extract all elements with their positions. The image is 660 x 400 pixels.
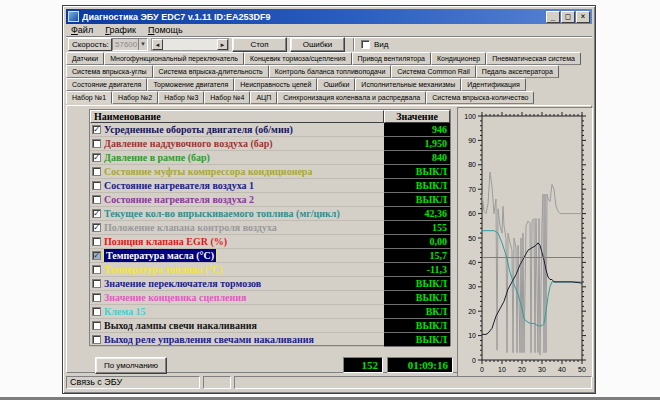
row-checkbox[interactable]: ✓ [92,153,101,162]
row-label[interactable]: Усредненные обороты двигателя (об/мин) [104,123,293,136]
table-row[interactable]: Клема 15ВКЛ [90,305,450,319]
table-row[interactable]: Давление наддувочного воздуха (бар)1,950 [90,137,450,151]
tab[interactable]: Многофункциональный переключатель [104,52,244,65]
row-label[interactable]: Значение переключателя тормозов [104,277,261,290]
row-checkbox[interactable] [92,139,101,148]
row-checkbox[interactable]: ✓ [92,125,101,134]
row-label[interactable]: Клема 15 [104,305,146,318]
speed-scrollbar[interactable]: ◄ ► [151,38,229,51]
menu-item-график[interactable]: График [100,25,141,35]
row-checkbox[interactable] [92,237,101,246]
row-name-cell: Давление наддувочного воздуха (бар) [90,137,384,151]
row-checkbox[interactable] [92,335,101,344]
row-checkbox[interactable] [92,279,101,288]
row-label[interactable]: Позиция клапана EGR (%) [104,235,227,248]
row-label[interactable]: Выход лампы свечи накаливания [104,319,257,332]
tab[interactable]: Система впрыска-углы [66,65,153,78]
tab[interactable]: Контроль баланса топливоподачи [269,65,392,78]
tab[interactable]: Концевик тормоза/сцепления [244,52,352,65]
row-checkbox[interactable] [92,181,101,190]
row-value: ВЫКЛ [384,333,450,347]
row-checkbox[interactable] [92,195,101,204]
row-label[interactable]: Давление в рампе (бар) [104,151,210,164]
default-button[interactable]: По умолчанию [95,357,167,374]
tab[interactable]: Синхронизация коленвала и распредвала [277,91,426,104]
row-checkbox[interactable] [92,293,101,302]
tab[interactable]: Пневматическая система [486,52,581,65]
errors-button[interactable]: Ошибки [290,37,345,52]
tab[interactable]: Неисправность цепей [234,78,317,91]
table-row[interactable]: Значение переключателя тормозовВЫКЛ [90,277,450,291]
view-checkbox[interactable] [361,40,370,49]
tab[interactable]: Набор №2 [112,91,158,104]
tab[interactable]: АЦП [250,91,277,104]
tab[interactable]: Набор №4 [204,91,250,104]
row-value: ВЫКЛ [384,165,450,179]
row-checkbox[interactable]: ✓ [92,251,101,260]
tab[interactable]: Торможение двигателя [147,78,234,91]
table-row[interactable]: ✓Текущее кол-во впрыскиваемого топлива (… [90,207,450,221]
tab[interactable]: Система Common Rail [391,65,476,78]
table-row[interactable]: Температура топлива (°C)-11,3 [90,263,450,277]
row-checkbox[interactable] [92,321,101,330]
row-label[interactable]: Выход реле управления свечами накаливани… [104,333,314,346]
menu-item-помощь[interactable]: Помощь [143,25,188,35]
tab[interactable]: Система впрыска-количество [426,91,534,104]
table-row[interactable]: ✓Положение клапана контроля воздуха155 [90,221,450,235]
scroll-left-icon[interactable]: ◄ [152,39,163,50]
tab[interactable]: Исполнительные механизмы [355,78,461,91]
table-row[interactable]: Выход реле управления свечами накаливани… [90,333,450,347]
tab[interactable]: Набор №1 [66,91,112,104]
row-checkbox[interactable] [92,265,101,274]
speed-label: Скорость: [68,38,112,51]
tab[interactable]: Идентификация [461,78,525,91]
tab[interactable]: Педаль акселератора [476,65,559,78]
row-label[interactable]: Значение концевика сцепления [104,291,246,304]
speed-combobox[interactable]: 57600 ▼ [112,38,148,51]
row-checkbox[interactable]: ✓ [92,223,101,232]
title-bar[interactable]: Диагностика ЭБУ EDC7 v.1.11 ID:EA253DF9 … [66,9,592,24]
row-checkbox[interactable]: ✓ [92,209,101,218]
tab[interactable]: Ошибки [317,78,355,91]
tab[interactable]: Система впрыска-длительность [153,65,269,78]
table-row[interactable]: Состояние нагревателя воздуха 2ВЫКЛ [90,193,450,207]
table-row[interactable]: ✓Усредненные обороты двигателя (об/мин)9… [90,123,450,137]
row-label[interactable]: Текущее кол-во впрыскиваемого топлива (м… [104,207,340,220]
table-row[interactable]: Состояние нагревателя воздуха 1ВЫКЛ [90,179,450,193]
table-row[interactable]: ✓Давление в рампе (бар)840 [90,151,450,165]
row-name-cell: Состояние муфты компрессора кондиционера [90,165,384,179]
tab[interactable]: Состояние двигателя [66,78,147,91]
chart-panel: 010203040506070809010001020304050 [457,107,593,377]
chevron-down-icon[interactable]: ▼ [138,39,147,50]
table-row[interactable]: Состояние муфты компрессора кондиционера… [90,165,450,179]
tab[interactable]: Датчики [66,52,104,65]
close-icon[interactable]: × [576,11,590,23]
tab[interactable]: Привод вентилятора [352,52,431,65]
menu-item-файл[interactable]: Файл [66,25,98,35]
svg-text:90: 90 [468,137,476,144]
row-checkbox[interactable] [92,307,101,316]
table-row[interactable]: ✓Температура масла (°C)15,7 [90,249,450,263]
row-label[interactable]: Температура топлива (°C) [104,263,223,276]
scrollbar-track[interactable] [163,39,217,50]
table-row[interactable]: Значение концевика сцепленияВЫКЛ [90,291,450,305]
stop-button[interactable]: Стоп [232,37,287,52]
tab[interactable]: Набор №3 [158,91,204,104]
table-row[interactable]: Выход лампы свечи накаливанияВЫКЛ [90,319,450,333]
column-header-name[interactable]: Наименование [90,110,384,123]
tab[interactable]: Кондиционер [431,52,486,65]
row-label[interactable]: Давление наддувочного воздуха (бар) [104,137,273,150]
maximize-icon[interactable]: □ [561,11,575,23]
table-row[interactable]: Позиция клапана EGR (%)0,00 [90,235,450,249]
elapsed-timer: 01:09:16 [387,357,453,373]
row-label[interactable]: Положение клапана контроля воздуха [104,221,277,234]
minimize-icon[interactable]: _ [546,11,560,23]
live-chart: 010203040506070809010001020304050 [458,108,592,376]
scroll-right-icon[interactable]: ► [217,39,228,50]
row-label[interactable]: Состояние нагревателя воздуха 1 [104,179,254,192]
row-label[interactable]: Температура масла (°C) [104,249,216,262]
row-label[interactable]: Состояние нагревателя воздуха 2 [104,193,254,206]
column-header-value[interactable]: Значение [384,110,450,123]
row-checkbox[interactable] [92,167,101,176]
row-label[interactable]: Состояние муфты компрессора кондиционера [104,165,312,178]
